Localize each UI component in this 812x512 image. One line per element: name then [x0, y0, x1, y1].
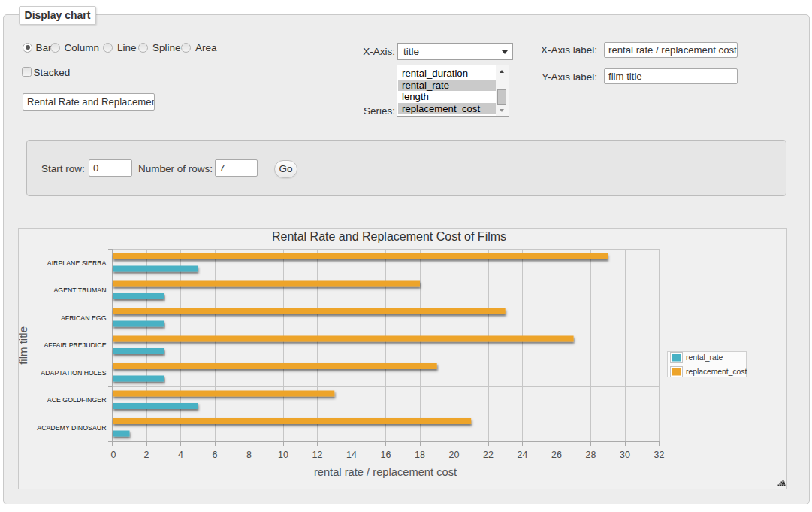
svg-text:AGENT TRUMAN: AGENT TRUMAN — [53, 286, 106, 294]
svg-text:film title: film title — [19, 326, 29, 365]
svg-text:30: 30 — [620, 450, 630, 460]
svg-text:6: 6 — [213, 450, 218, 460]
svg-text:12: 12 — [312, 450, 323, 460]
svg-text:28: 28 — [586, 450, 596, 460]
svg-text:18: 18 — [415, 450, 425, 460]
svg-text:ACE GOLDFINGER: ACE GOLDFINGER — [47, 396, 107, 404]
svg-text:22: 22 — [483, 450, 494, 460]
svg-text:16: 16 — [381, 450, 391, 460]
svg-text:Rental Rate and Replacement Co: Rental Rate and Replacement Cost of Film… — [272, 230, 506, 243]
svg-text:2: 2 — [144, 450, 149, 460]
svg-text:ACADEMY DINOSAUR: ACADEMY DINOSAUR — [37, 424, 106, 432]
svg-text:8: 8 — [246, 450, 252, 460]
svg-text:AFRICAN EGG: AFRICAN EGG — [61, 314, 107, 322]
svg-text:rental rate / replacement cost: rental rate / replacement cost — [314, 466, 457, 478]
svg-text:ADAPTATION HOLES: ADAPTATION HOLES — [41, 369, 106, 377]
svg-text:24: 24 — [518, 450, 528, 460]
svg-text:0: 0 — [111, 450, 116, 460]
svg-text:32: 32 — [654, 450, 665, 460]
svg-text:14: 14 — [346, 450, 357, 460]
svg-text:10: 10 — [278, 450, 288, 460]
svg-text:20: 20 — [449, 450, 460, 460]
svg-text:replacement_cost: replacement_cost — [686, 368, 747, 376]
svg-text:AIRPLANE SIERRA: AIRPLANE SIERRA — [47, 259, 107, 267]
svg-text:AFFAIR PREJUDICE: AFFAIR PREJUDICE — [44, 341, 106, 349]
svg-text:26: 26 — [551, 450, 562, 460]
svg-text:rental_rate: rental_rate — [686, 353, 723, 362]
svg-text:4: 4 — [178, 450, 183, 460]
